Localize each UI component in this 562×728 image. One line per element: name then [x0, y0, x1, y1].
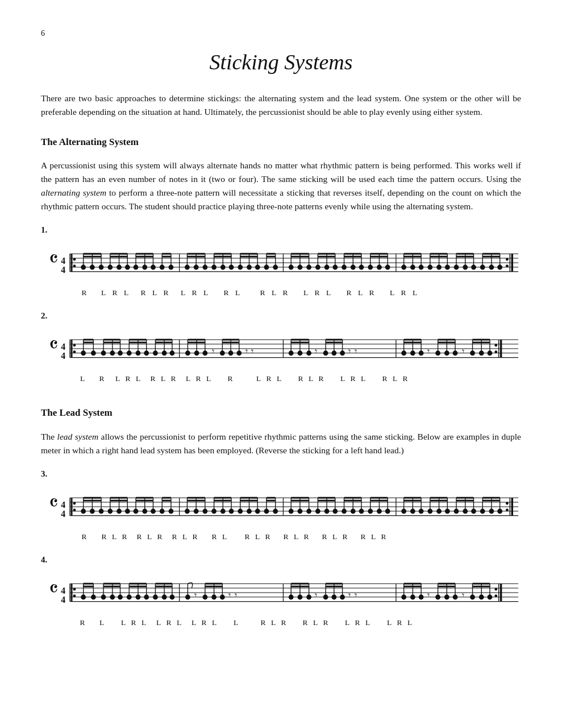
svg-text:𝄾: 𝄾 — [212, 349, 214, 353]
svg-text:𝄴: 𝄴 — [49, 491, 59, 515]
svg-text:𝄾: 𝄾 — [462, 349, 464, 353]
sticking-row-1: R L R L R L R L R L R L R L R L R L R L … — [41, 287, 521, 299]
exercise-1-staff: 𝄴 4 4 — [41, 238, 521, 283]
svg-text:𝄾: 𝄾 — [194, 593, 197, 597]
svg-point-142 — [506, 265, 509, 268]
exercise-2-staff: 𝄴 4 4 — [41, 324, 521, 369]
svg-text:𝄾: 𝄾 — [228, 593, 231, 597]
intro-paragraph: There are two basic approaches to determ… — [41, 92, 521, 119]
alternating-system-heading: The Alternating System — [41, 135, 521, 150]
svg-point-409 — [73, 588, 76, 591]
svg-text:𝄾: 𝄾 — [245, 349, 248, 353]
svg-text:4: 4 — [61, 500, 65, 510]
svg-text:4: 4 — [61, 342, 65, 351]
svg-point-410 — [73, 595, 76, 598]
svg-point-153 — [73, 344, 76, 347]
lead-system-section: The Lead System The lead system allows t… — [41, 406, 521, 629]
svg-text:𝄾: 𝄾 — [462, 593, 464, 597]
svg-text:𝄾: 𝄾 — [427, 349, 430, 353]
svg-point-266 — [73, 502, 76, 505]
svg-text:4: 4 — [61, 509, 65, 519]
svg-text:𝄾: 𝄾 — [427, 593, 430, 597]
exercise-4-label: 4. — [41, 553, 521, 566]
svg-text:𝄴: 𝄴 — [49, 577, 59, 601]
exercise-1-label: 1. — [41, 224, 521, 237]
sticking-row-4: R L L R L L R L L R L L R L R R L R — [41, 617, 521, 629]
svg-text:𝄾: 𝄾 — [251, 349, 253, 353]
svg-point-254 — [494, 344, 497, 347]
exercise-3-label: 3. — [41, 468, 521, 481]
svg-text:𝄴: 𝄴 — [49, 333, 59, 357]
exercise-3-staff: 𝄴 4 4 — [41, 482, 521, 527]
svg-text:4: 4 — [61, 586, 65, 595]
svg-text:𝄾: 𝄾 — [355, 349, 357, 353]
lead-system-heading: The Lead System — [41, 406, 521, 420]
exercise-1: 1. 𝄴 4 4 — [41, 224, 521, 299]
page-title: Sticking Systems — [41, 46, 521, 79]
svg-text:4: 4 — [61, 351, 65, 361]
exercise-2-label: 2. — [41, 309, 521, 322]
svg-point-504 — [494, 588, 497, 591]
svg-point-141 — [506, 258, 509, 261]
svg-text:𝄾: 𝄾 — [315, 593, 317, 597]
svg-text:𝄾: 𝄾 — [355, 593, 357, 597]
svg-text:𝄴: 𝄴 — [49, 247, 59, 271]
svg-text:𝄾: 𝄾 — [348, 349, 351, 353]
svg-text:𝄾: 𝄾 — [315, 349, 317, 353]
exercise-4-staff: 𝄴 4 4 — [41, 568, 521, 613]
alternating-body: A percussionist using this system will a… — [41, 159, 521, 213]
svg-text:4: 4 — [61, 265, 65, 275]
page-number: 6 — [41, 27, 521, 40]
exercise-4: 4. 𝄴 4 4 — [41, 553, 521, 629]
exercise-2: 2. 𝄴 4 4 — [41, 309, 521, 385]
svg-text:4: 4 — [61, 595, 65, 605]
svg-point-255 — [494, 351, 497, 354]
svg-point-10 — [73, 258, 76, 261]
svg-point-505 — [494, 595, 497, 598]
svg-text:4: 4 — [61, 256, 65, 266]
sticking-row-2: L R L R L R L R L R L R L R L R L R L R … — [41, 373, 521, 385]
sticking-row-3: R R L R R L R R L R R L R L R R L R R — [41, 531, 521, 543]
svg-point-11 — [73, 265, 76, 268]
svg-point-397 — [506, 502, 509, 505]
svg-point-398 — [506, 508, 509, 511]
svg-point-154 — [73, 351, 76, 354]
exercise-3: 3. 𝄴 4 4 — [41, 468, 521, 543]
lead-system-body: The lead system allows the percussionist… — [41, 430, 521, 457]
svg-text:𝄾: 𝄾 — [348, 593, 351, 597]
svg-point-267 — [73, 508, 76, 511]
svg-text:𝄾: 𝄾 — [235, 593, 237, 597]
